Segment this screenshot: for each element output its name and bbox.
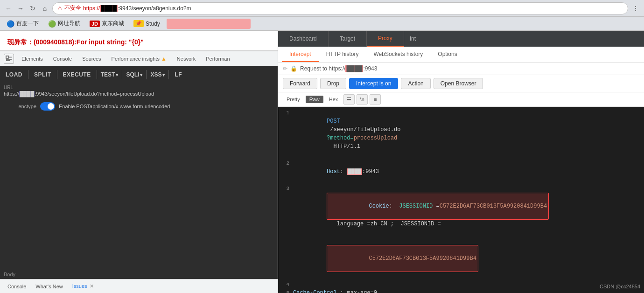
- address-url: https://████:9943/seeyon/a8genius.do?m: [83, 5, 191, 12]
- open-browser-button[interactable]: Open Browser: [434, 78, 483, 89]
- toolbar-separator-6: [168, 70, 169, 79]
- url-value: https://████:9943/seeyon/fileUpload.do?m…: [4, 91, 274, 97]
- toolbar-separator-3: [97, 70, 97, 79]
- tab-issues[interactable]: Issues ✕: [69, 282, 98, 290]
- burp-subtab-options[interactable]: Options: [430, 47, 464, 62]
- browser-page: 现异常：(0009400818):For input string: "{0}"…: [0, 31, 278, 293]
- url-text-suffix: :9943/seeyon/fileUpload.do?method=proces…: [35, 91, 154, 97]
- format-btn-table[interactable]: ☰: [343, 94, 355, 105]
- split-button[interactable]: SPLIT: [32, 70, 53, 79]
- csdn-watermark: CSDN @cc24854: [600, 284, 640, 289]
- cookie-highlight-box-2: C572E2D6AF73CB013F5A9920841D99B4: [327, 245, 478, 272]
- browser-titlebar: ← → ↻ ⌂ ⚠ 不安全 https://████:9943/seeyon/a…: [0, 0, 644, 17]
- forward-button[interactable]: →: [16, 4, 25, 13]
- format-btn-wrap[interactable]: \n: [357, 94, 368, 105]
- format-tab-raw[interactable]: Raw: [306, 96, 323, 103]
- format-btn-menu[interactable]: ≡: [370, 94, 381, 105]
- form-area: enctype Enable POSTapplication/x-www-for…: [0, 98, 278, 270]
- request-url-redacted: ████: [345, 65, 363, 72]
- tab-console[interactable]: Console: [49, 54, 77, 63]
- main-content: 现异常：(0009400818):For input string: "{0}"…: [0, 31, 644, 293]
- url-suffix: :9943/seeyon/a8genius.do?m: [118, 5, 191, 12]
- study-icon: 📌: [133, 20, 144, 27]
- enable-post-toggle[interactable]: [40, 102, 55, 111]
- test-dropdown[interactable]: TEST ▾: [101, 71, 119, 78]
- burp-subtab-intercept[interactable]: Intercept: [282, 47, 319, 62]
- tab-elements[interactable]: Elements: [17, 54, 48, 63]
- request-url: Request to https://████:9943: [300, 65, 377, 72]
- enctype-row: enctype Enable POSTapplication/x-www-for…: [4, 102, 274, 111]
- devtools-tabs: Elements Console Sources Performance ins…: [0, 51, 278, 66]
- test-arrow-icon: ▾: [116, 72, 118, 77]
- sqli-arrow-icon: ▾: [140, 72, 142, 77]
- baidu-icon: 🔵: [7, 20, 14, 28]
- burp-subtab-http-history[interactable]: HTTP history: [319, 47, 366, 62]
- intercept-on-button[interactable]: Intercept is on: [349, 78, 398, 89]
- action-button[interactable]: Action: [401, 78, 430, 89]
- extensions-button[interactable]: ⋮: [631, 4, 640, 13]
- burp-sub-nav: Intercept HTTP history WebSockets histor…: [278, 47, 644, 63]
- format-toolbar: Pretty Raw Hex ☰ \n ≡: [278, 92, 644, 107]
- burp-subtab-websockets[interactable]: WebSockets history: [366, 47, 431, 62]
- burp-tab-int[interactable]: Int: [404, 31, 421, 47]
- back-button[interactable]: ←: [4, 4, 13, 13]
- svg-rect-0: [6, 56, 8, 58]
- request-header-bar: ✏ 🔒 Request to https://████:9943: [278, 63, 644, 75]
- bookmark-jd[interactable]: JD 京东商城: [87, 19, 127, 28]
- tab-network[interactable]: Network: [172, 54, 200, 63]
- study-label: Study: [146, 21, 160, 27]
- tab-performance2[interactable]: Performan: [201, 54, 234, 63]
- cookie-highlight-box: Cookie: JSESSIONID =C572E2D6AF73CB013F5A…: [327, 193, 549, 220]
- url-bar-area: URL https://████:9943/seeyon/fileUpload.…: [0, 83, 278, 98]
- bookmarks-bar: 🔵 百度一下 🟢 网址导航 JD 京东商城 📌 Study: [0, 17, 644, 31]
- burp-top-nav: Dashboard Target Proxy Int: [278, 31, 644, 47]
- bookmark-baidu[interactable]: 🔵 百度一下: [4, 19, 42, 28]
- sqli-dropdown[interactable]: SQLI ▾: [126, 71, 142, 78]
- enable-post-label: Enable POSTapplication/x-www-form-urlenc…: [59, 104, 170, 109]
- address-bar[interactable]: ⚠ 不安全 https://████:9943/seeyon/a8genius.…: [52, 2, 628, 14]
- lf-button[interactable]: LF: [173, 70, 184, 79]
- tab-console-bottom[interactable]: Console: [4, 283, 30, 290]
- format-tab-hex[interactable]: Hex: [325, 96, 342, 103]
- toolbar-separator-2: [57, 70, 57, 79]
- home-button[interactable]: ⌂: [40, 4, 49, 13]
- jd-icon: JD: [90, 21, 100, 27]
- wangdao-icon: 🟢: [48, 20, 56, 28]
- burp-tab-proxy[interactable]: Proxy: [367, 31, 404, 47]
- devtools-inspect-icon[interactable]: [4, 54, 14, 64]
- execute-button[interactable]: EXECUTE: [61, 70, 93, 79]
- load-button[interactable]: LOAD: [4, 70, 24, 79]
- request-body[interactable]: 1 POST /seeyon/fileUpload.do ?method=pro…: [278, 107, 644, 293]
- security-label: 不安全: [64, 4, 81, 12]
- url-label: URL: [4, 85, 274, 90]
- devtools-area: Elements Console Sources Performance ins…: [0, 50, 278, 279]
- error-message: 现异常：(0009400818):For input string: "{0}": [0, 31, 278, 50]
- jd-label: 京东商城: [102, 20, 124, 28]
- bookmark-wangdao[interactable]: 🟢 网址导航: [45, 19, 83, 28]
- request-line-2: 2 Host: ████:9943: [278, 159, 644, 184]
- toolbar-separator-4: [122, 70, 122, 79]
- security-warning-icon: ⚠: [57, 5, 63, 12]
- pencil-icon: ✏: [283, 65, 287, 72]
- drop-button[interactable]: Drop: [320, 78, 346, 89]
- xss-dropdown[interactable]: XSS ▾: [150, 71, 165, 78]
- forward-button[interactable]: Forward: [283, 78, 317, 89]
- tab-performance-insights[interactable]: Performance insights ▲: [107, 54, 171, 64]
- tab-sources[interactable]: Sources: [77, 54, 105, 63]
- format-tab-pretty[interactable]: Pretty: [283, 96, 304, 103]
- issues-close-icon[interactable]: ✕: [90, 283, 94, 289]
- action-buttons-row: Forward Drop Intercept is on Action Open…: [278, 75, 644, 92]
- toolbar-separator-1: [28, 70, 28, 79]
- bottom-tabs: Console What's New Issues ✕: [0, 279, 278, 293]
- wangdao-label: 网址导航: [58, 20, 80, 28]
- reload-button[interactable]: ↻: [28, 4, 37, 13]
- baidu-label: 百度一下: [16, 20, 39, 28]
- redacted-bookmark: [167, 19, 251, 29]
- request-line-3b: C572E2D6AF73CB013F5A9920841D99B4: [278, 237, 644, 280]
- bookmark-study[interactable]: 📌 Study: [131, 19, 163, 28]
- url-text-prefix: https://: [4, 91, 19, 97]
- tab-whatsnew[interactable]: What's New: [32, 283, 66, 290]
- performance-warn-icon: ▲: [161, 56, 167, 62]
- burp-tab-dashboard[interactable]: Dashboard: [278, 31, 329, 47]
- burp-tab-target[interactable]: Target: [329, 31, 367, 47]
